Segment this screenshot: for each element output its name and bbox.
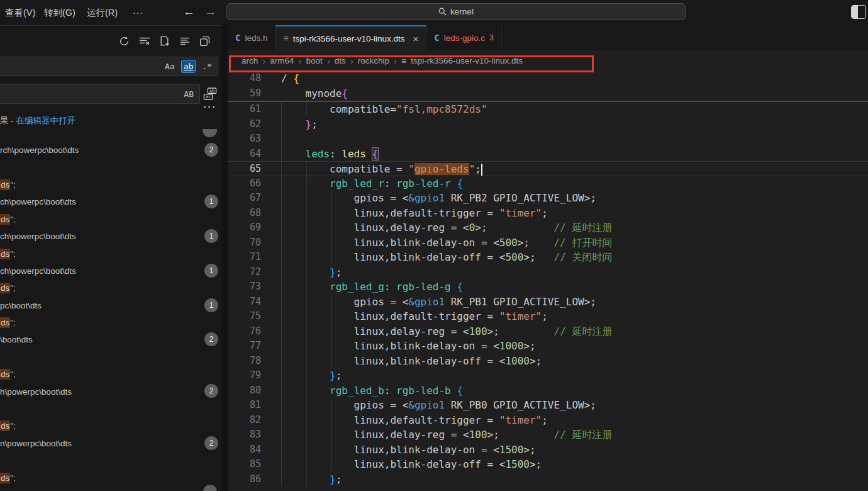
line-number: 69 xyxy=(228,220,261,235)
title-bar: 查看(V) 转到(G) 运行(R) ··· ← → kernel xyxy=(0,0,868,25)
menu-run[interactable]: 运行(R) xyxy=(82,0,123,25)
line-number: 81 xyxy=(228,398,261,413)
tab-leds-h[interactable]: C leds.h xyxy=(228,25,275,50)
code-line-80[interactable]: 80 rgb_led_b: rgb-led-b { xyxy=(228,383,868,398)
search-result-file-row[interactable]: pc\boot\dts1 xyxy=(0,297,221,314)
view-as-tree-icon[interactable] xyxy=(199,35,211,47)
code-line-64[interactable]: 64 leds: leds { xyxy=(228,147,868,162)
match-count-badge: 2 xyxy=(204,143,218,157)
search-result-file-row[interactable]: rch\powerpc\boot\dts2 xyxy=(0,142,221,159)
code-line-77[interactable]: 77 linux,blink-delay-on = <1000>; xyxy=(228,339,868,354)
svg-text:ab: ab xyxy=(209,88,215,94)
tab-label: tspi-rk3566-user-v10-linux.dts xyxy=(293,34,405,43)
search-result-match-row[interactable]: ds"; xyxy=(0,366,221,383)
code-line-76[interactable]: 76 linux,delay-reg = <100>; // 延时注册 xyxy=(228,324,868,339)
search-result-match-row[interactable]: ds"; xyxy=(0,245,221,262)
search-result-empty-row[interactable] xyxy=(0,452,221,469)
code-line-48[interactable]: 48/ { xyxy=(228,71,868,86)
search-result-empty-row[interactable] xyxy=(0,349,221,366)
command-center-search[interactable]: kernel xyxy=(226,3,686,20)
search-result-match-row[interactable]: ds"; xyxy=(0,211,221,228)
c-file-icon: C xyxy=(434,33,439,43)
forward-arrow-icon[interactable]: → xyxy=(204,0,216,25)
whole-word-icon[interactable]: ab xyxy=(181,60,196,73)
back-arrow-icon[interactable]: ← xyxy=(183,0,195,25)
clear-search-results-icon[interactable] xyxy=(138,35,150,47)
search-result-file-row[interactable]: ch\powerpc\boot\dts1 xyxy=(0,228,221,245)
sidebar-editor-divider xyxy=(221,25,228,491)
line-number: 61 xyxy=(228,102,261,117)
code-line-70[interactable]: 70 linux,blink-delay-on = <500>; // 打开时间 xyxy=(228,235,868,251)
refresh-icon[interactable] xyxy=(118,35,130,47)
tab-tspi-dts[interactable]: ≡ tspi-rk3566-user-v10-linux.dts × xyxy=(275,25,426,50)
preserve-case-icon[interactable]: AB xyxy=(182,88,196,100)
line-number: 72 xyxy=(228,265,261,280)
line-number: 62 xyxy=(228,117,261,132)
code-line-69[interactable]: 69 linux,delay-reg = <0>; // 延时注册 xyxy=(228,220,868,235)
search-result-match-row[interactable]: ds"; xyxy=(0,176,221,193)
code-line-86[interactable]: 86 }; xyxy=(228,472,868,487)
code-line-85[interactable]: 85 linux,blink-delay-off = <1500>; xyxy=(228,457,868,472)
code-line-72[interactable]: 72 }; xyxy=(228,265,868,280)
code-line-65[interactable]: 65 compatible = "gpio-leds"; xyxy=(228,161,868,176)
search-result-file-row[interactable]: \boot\dts2 xyxy=(0,331,221,348)
search-result-file-row[interactable]: ch\powerpc\boot\dts1 xyxy=(0,193,221,210)
search-result-file-row[interactable]: ch\powerpc\boot\dts1 xyxy=(0,262,221,279)
line-number: 84 xyxy=(228,443,261,458)
line-number: 82 xyxy=(228,413,261,428)
regex-icon[interactable]: .* xyxy=(200,60,214,72)
command-center-text: kernel xyxy=(450,7,474,16)
replace-input[interactable]: AB xyxy=(0,84,200,104)
search-results-list: rch\powerpc\boot\dts2ds";ch\powerpc\boot… xyxy=(0,142,221,487)
code-line-75[interactable]: 75 linux,default-trigger = "timer"; xyxy=(228,309,868,324)
code-editor[interactable]: 48/ {59 mynode{61 compatible="fsl,mpc857… xyxy=(228,71,868,491)
line-number: 80 xyxy=(228,383,261,398)
code-line-74[interactable]: 74 gpios = <&gpio1 RK_PB1 GPIO_ACTIVE_LO… xyxy=(228,295,868,310)
menu-view[interactable]: 查看(V) xyxy=(0,0,40,25)
collapse-all-icon[interactable] xyxy=(179,35,191,47)
search-result-file-row[interactable]: h\powerpc\boot\dts2 xyxy=(0,383,221,400)
layout-toggle-icon[interactable] xyxy=(851,5,866,19)
search-result-empty-row[interactable] xyxy=(0,400,221,417)
search-result-match-row[interactable]: ds"; xyxy=(0,314,221,331)
search-result-file-row[interactable]: n\powerpc\boot\dts2 xyxy=(0,435,221,452)
code-line-71[interactable]: 71 linux,blink-delay-off = <500>; // 关闭时… xyxy=(228,250,868,265)
line-number: 75 xyxy=(228,309,261,324)
code-line-78[interactable]: 78 linux,blink-delay-off = <1000>; xyxy=(228,354,868,369)
code-line-66[interactable]: 66 rgb_led_r: rgb-led-r { xyxy=(228,176,868,191)
open-in-editor-link[interactable]: 在编辑器中打开 xyxy=(16,116,76,125)
search-result-empty-row[interactable] xyxy=(0,159,221,176)
code-line-84[interactable]: 84 linux,blink-delay-on = <1500>; xyxy=(228,443,868,458)
search-result-match-row[interactable]: ds"; xyxy=(0,469,221,486)
menu-goto[interactable]: 转到(G) xyxy=(39,0,81,25)
line-number: 59 xyxy=(228,86,261,101)
code-line-82[interactable]: 82 linux,default-trigger = "timer"; xyxy=(228,413,868,428)
code-line-73[interactable]: 73 rgb_led_g: rgb-led-g { xyxy=(228,279,868,295)
search-result-match-row[interactable]: ds"; xyxy=(0,417,221,434)
code-line-68[interactable]: 68 linux,default-trigger = "timer"; xyxy=(228,206,868,221)
tab-leds-gpio-c[interactable]: C leds-gpio.c 3 xyxy=(426,25,502,50)
toggle-search-details-icon[interactable]: ··· xyxy=(201,100,219,114)
code-line-62[interactable]: 62 }; xyxy=(228,117,868,132)
line-number: 65 xyxy=(228,162,261,176)
annotation-box xyxy=(229,55,594,72)
code-line-61[interactable]: 61 compatible="fsl,mpc8572ds" xyxy=(228,102,868,117)
tab-label: leds.h xyxy=(245,33,267,43)
code-line-59[interactable]: 59 mynode{ xyxy=(228,86,868,101)
close-icon[interactable]: × xyxy=(413,33,418,44)
code-line-67[interactable]: 67 gpios = <&gpio1 RK_PB2 GPIO_ACTIVE_LO… xyxy=(228,191,868,206)
match-case-icon[interactable]: Aa xyxy=(163,60,177,72)
code-line-83[interactable]: 83 linux,delay-reg = <100>; // 延时注册 xyxy=(228,427,868,443)
open-new-search-editor-icon[interactable] xyxy=(159,35,170,47)
replace-all-icon[interactable]: ab ac xyxy=(203,86,218,101)
search-input[interactable]: Aa ab .* xyxy=(0,57,218,76)
line-number: 73 xyxy=(228,279,261,295)
line-number: 64 xyxy=(228,147,261,162)
code-line-79[interactable]: 79 }; xyxy=(228,368,868,383)
tab-label: leds-gpio.c xyxy=(444,33,485,43)
search-result-match-row[interactable]: ds"; xyxy=(0,279,221,296)
code-line-81[interactable]: 81 gpios = <&gpio1 RK_PB0 GPIO_ACTIVE_LO… xyxy=(228,398,868,413)
code-line-63[interactable]: 63 xyxy=(228,132,868,147)
line-number: 78 xyxy=(228,354,261,369)
menu-more-icon[interactable]: ··· xyxy=(128,0,149,25)
